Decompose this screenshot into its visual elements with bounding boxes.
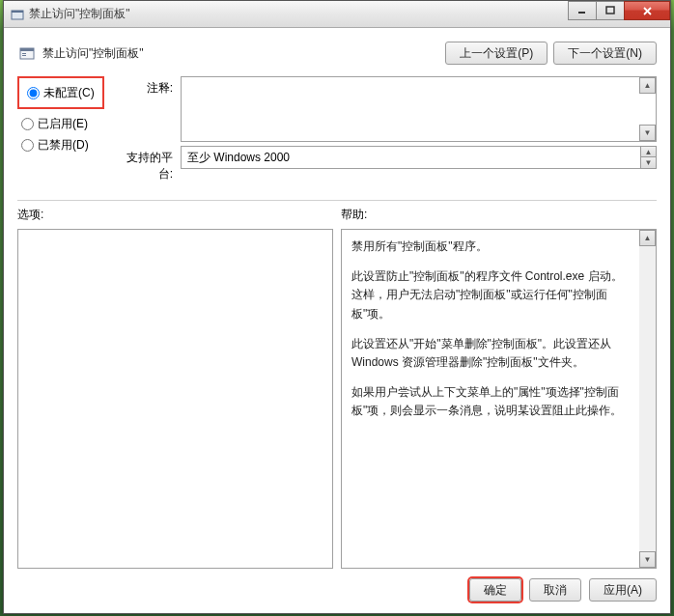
window-title: 禁止访问"控制面板" xyxy=(29,6,130,22)
help-paragraph: 禁用所有"控制面板"程序。 xyxy=(351,238,630,256)
help-content: 禁用所有"控制面板"程序。 此设置防止"控制面板"的程序文件 Control.e… xyxy=(342,230,639,568)
apply-button[interactable]: 应用(A) xyxy=(589,578,657,602)
radio-enabled[interactable]: 已启用(E) xyxy=(17,113,109,134)
help-panel: 禁用所有"控制面板"程序。 此设置防止"控制面板"的程序文件 Control.e… xyxy=(341,229,657,569)
scrollbar-track[interactable]: ▲ ▼ xyxy=(639,230,656,568)
panel-labels: 选项: 帮助: xyxy=(4,207,670,229)
scroll-down-icon[interactable]: ▼ xyxy=(639,551,656,568)
radio-not-configured-input[interactable] xyxy=(27,87,40,99)
help-paragraph: 此设置防止"控制面板"的程序文件 Control.exe 启动。这样，用户无法启… xyxy=(351,267,630,323)
maximize-button[interactable] xyxy=(596,1,625,20)
app-icon xyxy=(10,7,25,22)
radio-enabled-input[interactable] xyxy=(21,118,34,130)
close-button[interactable] xyxy=(624,1,670,20)
content-area: 禁止访问"控制面板" 上一个设置(P) 下一个设置(N) 未配置(C) 已启用(… xyxy=(4,28,670,613)
svg-rect-1 xyxy=(12,11,23,13)
platform-label: 支持的平台: xyxy=(113,146,181,182)
scroll-down-icon[interactable]: ▼ xyxy=(639,125,656,141)
next-setting-button[interactable]: 下一个设置(N) xyxy=(553,42,657,65)
comment-field-wrap: ▲ ▼ xyxy=(181,76,657,142)
radio-not-configured-label: 未配置(C) xyxy=(43,85,95,101)
svg-rect-9 xyxy=(22,55,26,56)
header-section: 禁止访问"控制面板" 上一个设置(P) 下一个设置(N) xyxy=(4,28,670,76)
radio-column: 未配置(C) 已启用(E) 已禁用(D) xyxy=(17,76,109,186)
panels-row: 禁用所有"控制面板"程序。 此设置防止"控制面板"的程序文件 Control.e… xyxy=(4,229,670,569)
details-column: 注释: ▲ ▼ 支持的平台: 至少 Windows 2000 ▲ ▼ xyxy=(109,76,657,186)
svg-rect-7 xyxy=(20,48,34,51)
radio-not-configured[interactable]: 未配置(C) xyxy=(23,82,98,103)
cancel-button[interactable]: 取消 xyxy=(529,578,581,602)
scroll-up-icon[interactable]: ▲ xyxy=(639,230,656,246)
radio-disabled[interactable]: 已禁用(D) xyxy=(17,134,109,155)
config-row: 未配置(C) 已启用(E) 已禁用(D) 注释: ▲ xyxy=(4,76,670,186)
window-controls xyxy=(569,1,670,20)
comment-label: 注释: xyxy=(113,76,181,97)
options-content xyxy=(18,230,316,568)
radio-disabled-label: 已禁用(D) xyxy=(38,137,89,154)
footer-buttons: 确定 取消 应用(A) xyxy=(4,569,670,613)
platform-field: 至少 Windows 2000 ▲ ▼ xyxy=(181,146,657,169)
svg-rect-3 xyxy=(606,7,614,14)
comment-textarea[interactable] xyxy=(182,77,638,141)
radio-enabled-label: 已启用(E) xyxy=(38,116,88,132)
scroll-up-icon[interactable]: ▲ xyxy=(639,77,656,94)
policy-icon xyxy=(17,43,37,63)
ok-button[interactable]: 确定 xyxy=(469,578,521,602)
radio-not-configured-highlight: 未配置(C) xyxy=(17,76,104,109)
divider xyxy=(17,200,657,201)
help-paragraph: 如果用户尝试从上下文菜单上的"属性"项选择"控制面板"项，则会显示一条消息，说明… xyxy=(351,383,630,420)
platform-value: 至少 Windows 2000 xyxy=(187,150,290,166)
help-paragraph: 此设置还从"开始"菜单删除"控制面板"。此设置还从 Windows 资源管理器删… xyxy=(351,335,630,372)
options-label: 选项: xyxy=(17,207,333,223)
svg-rect-8 xyxy=(22,53,26,54)
help-label: 帮助: xyxy=(333,207,657,223)
dialog-window: 禁止访问"控制面板" 禁止访问"控制面板" 上一个设置(P) 下一个设置 xyxy=(3,0,671,614)
radio-disabled-input[interactable] xyxy=(21,139,34,152)
titlebar[interactable]: 禁止访问"控制面板" xyxy=(4,1,670,28)
minimize-button[interactable] xyxy=(568,1,597,20)
previous-setting-button[interactable]: 上一个设置(P) xyxy=(445,42,548,65)
policy-title: 禁止访问"控制面板" xyxy=(42,45,445,62)
scroll-down-icon[interactable]: ▼ xyxy=(640,156,657,169)
options-panel xyxy=(17,229,333,569)
